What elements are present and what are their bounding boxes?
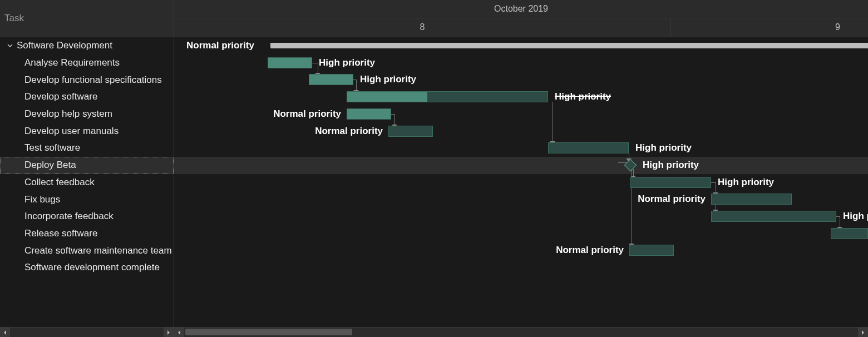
timeline-header: October 2019 8 9 — [174, 0, 868, 37]
task-panel: Task Software Development Analyse Requir… — [0, 0, 174, 327]
task-bar[interactable] — [309, 74, 353, 85]
task-row[interactable]: Create software maintenance team — [0, 242, 174, 259]
scroll-left-button[interactable] — [174, 328, 184, 338]
main-area: Task Software Development Analyse Requir… — [0, 0, 868, 327]
task-bar[interactable] — [630, 177, 711, 188]
task-bar[interactable] — [711, 211, 836, 222]
gantt-app: Task Software Development Analyse Requir… — [0, 0, 868, 337]
gantt-row: High priority — [174, 54, 868, 72]
task-root-label: Software Development — [17, 40, 112, 51]
right-scrollbar — [174, 327, 868, 337]
scroll-track[interactable] — [184, 328, 858, 338]
task-label: Develop user manuals — [24, 126, 119, 137]
task-row[interactable]: Fix bugs — [0, 191, 174, 208]
chevron-down-icon[interactable] — [7, 42, 13, 49]
gantt-area[interactable]: Normal priority High priorityHigh priori… — [174, 37, 868, 327]
task-bar[interactable] — [347, 108, 391, 120]
gantt-row: High priority — [174, 140, 868, 157]
task-row-root[interactable]: Software Development — [0, 37, 174, 54]
task-bar[interactable] — [347, 91, 548, 102]
scroll-left-button[interactable] — [0, 328, 10, 338]
bar-label: High priority — [643, 160, 699, 171]
task-row[interactable]: Develop software — [0, 88, 174, 106]
bar-label: Normal priority — [186, 40, 254, 51]
summary-bar[interactable] — [271, 43, 868, 48]
timeline-days: 8 9 — [174, 18, 868, 37]
day-label: 9 — [835, 22, 840, 32]
gantt-row: High priority — [174, 71, 868, 88]
task-bar[interactable] — [388, 126, 433, 137]
day-cell[interactable]: 9 — [671, 18, 868, 37]
task-row[interactable]: Release software — [0, 225, 174, 242]
gantt-row: Normal priority — [174, 242, 868, 259]
gantt-row: High priority — [174, 88, 868, 106]
gantt-row: Normal priority — [174, 106, 868, 123]
progress-fill — [268, 58, 312, 68]
scroll-right-button[interactable] — [164, 328, 174, 338]
gantt-row: Normal priority — [174, 37, 868, 54]
task-row[interactable]: Collect feedback — [0, 174, 174, 191]
bar-label: High priority — [360, 74, 416, 85]
task-label: Develop functional specifications — [24, 75, 162, 86]
gantt-row: Normal priority — [174, 123, 868, 140]
task-column-header[interactable]: Task — [0, 0, 174, 37]
task-row[interactable]: Test software — [0, 140, 174, 157]
bar-label: Normal priority — [315, 126, 383, 137]
task-label: Develop software — [24, 91, 97, 102]
left-scrollbar — [0, 327, 174, 337]
progress-fill — [347, 92, 427, 102]
task-tree: Software Development Analyse Requirement… — [0, 37, 174, 327]
task-column-label: Task — [4, 13, 24, 24]
scroll-right-button[interactable] — [858, 328, 868, 338]
task-label: Analyse Requirements — [24, 57, 120, 68]
progress-fill — [309, 75, 353, 85]
gantt-row: High priority — [174, 208, 868, 225]
task-label: Develop help system — [24, 108, 112, 120]
day-cell[interactable]: 8 — [174, 18, 671, 37]
task-label: Test software — [24, 142, 80, 153]
task-label: Collect feedback — [24, 177, 95, 188]
bar-label: Normal priority — [273, 108, 341, 120]
task-label: Fix bugs — [24, 194, 60, 205]
task-bar[interactable] — [268, 57, 312, 68]
task-label: Software development complete — [24, 262, 160, 273]
gantt-row — [174, 225, 868, 242]
bar-label: High priority — [635, 142, 692, 153]
task-row[interactable]: Develop help system — [0, 106, 174, 123]
scroll-thumb[interactable] — [185, 329, 352, 335]
task-row[interactable]: Develop user manuals — [0, 122, 174, 140]
timeline-month[interactable]: October 2019 — [174, 0, 868, 18]
task-row[interactable]: Analyse Requirements — [0, 54, 174, 72]
task-label: Incorporate feedback — [24, 211, 114, 222]
scroll-track[interactable] — [10, 328, 164, 338]
task-row-selected[interactable]: Deploy Beta — [0, 157, 174, 174]
gantt-panel: October 2019 8 9 Normal priority High pr… — [174, 0, 868, 327]
task-bar[interactable] — [831, 228, 868, 239]
task-row[interactable]: Incorporate feedback — [0, 208, 174, 225]
gantt-row: High priority — [174, 174, 868, 191]
bar-label: Normal priority — [638, 194, 706, 205]
day-label: 8 — [420, 22, 425, 32]
bar-label: Normal priority — [556, 245, 624, 256]
month-label: October 2019 — [494, 4, 548, 14]
task-bar[interactable] — [548, 142, 629, 153]
task-bar[interactable] — [629, 245, 674, 256]
scrollbar-area — [0, 327, 868, 337]
gantt-row: High priority — [174, 157, 868, 174]
task-bar[interactable] — [711, 194, 792, 205]
milestone-icon[interactable] — [624, 159, 637, 172]
task-row[interactable]: Develop functional specifications — [0, 71, 174, 88]
bar-label: High priority — [843, 211, 868, 222]
bar-label: High priority — [555, 91, 611, 102]
task-label: Create software maintenance team — [24, 245, 172, 256]
task-label: Deploy Beta — [24, 160, 76, 171]
progress-fill — [347, 109, 391, 119]
bar-label: High priority — [319, 57, 375, 68]
bar-label: High priority — [718, 177, 774, 188]
gantt-row: Normal priority — [174, 191, 868, 208]
task-label: Release software — [24, 228, 97, 239]
task-row[interactable]: Software development complete — [0, 259, 174, 276]
